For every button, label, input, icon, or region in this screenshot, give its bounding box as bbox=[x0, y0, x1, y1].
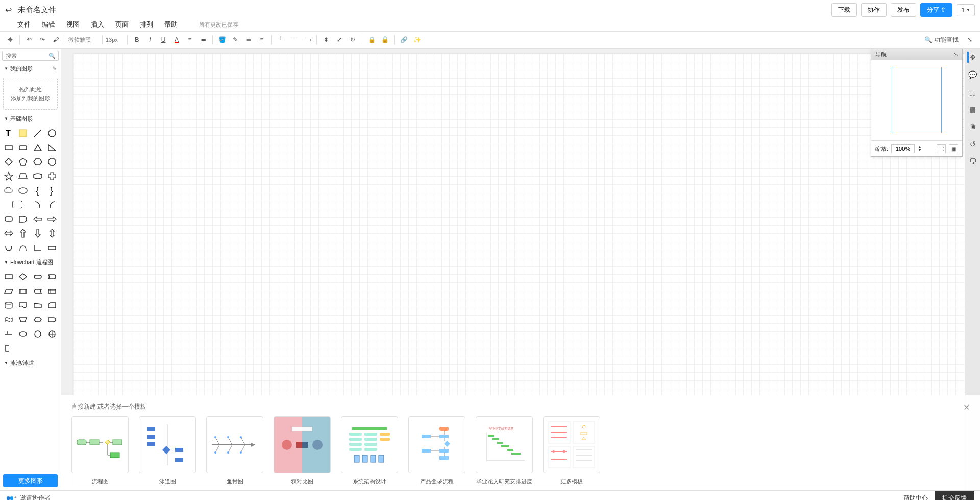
chat-icon[interactable]: 💬 bbox=[967, 69, 978, 80]
border-style-icon[interactable]: ═ bbox=[242, 34, 255, 46]
shape-cloud[interactable] bbox=[2, 184, 15, 197]
shape-manual-op[interactable] bbox=[16, 313, 30, 326]
template-item[interactable]: 双对比图 bbox=[274, 416, 331, 485]
template-item[interactable]: 系统架构设计 bbox=[341, 416, 398, 485]
undo-icon[interactable]: ↶ bbox=[23, 34, 35, 46]
shape-arrow-right[interactable] bbox=[45, 212, 59, 226]
shape-database[interactable] bbox=[2, 299, 15, 312]
font-size-input[interactable] bbox=[106, 37, 124, 43]
shape-terminator[interactable] bbox=[31, 270, 44, 283]
shape-rect[interactable] bbox=[2, 141, 15, 154]
feature-search[interactable]: 🔍 功能查找 bbox=[921, 35, 962, 45]
shape-circle[interactable] bbox=[45, 127, 59, 140]
my-shapes-header[interactable]: ▼ 我的图形 ✎ bbox=[0, 63, 61, 75]
shape-extract[interactable] bbox=[16, 327, 30, 341]
crop-icon[interactable]: ⬚ bbox=[967, 86, 978, 98]
shape-arc-down[interactable] bbox=[2, 241, 15, 254]
collab-button[interactable]: 协作 bbox=[861, 3, 887, 17]
rotate-icon[interactable]: ↻ bbox=[347, 34, 359, 46]
magic-icon[interactable]: ✨ bbox=[411, 34, 423, 46]
shape-cross[interactable] bbox=[45, 170, 59, 183]
shape-card[interactable] bbox=[45, 299, 59, 312]
layers-icon[interactable]: ▦ bbox=[967, 104, 978, 115]
menu-help[interactable]: 帮助 bbox=[164, 20, 178, 29]
history-icon[interactable]: ↺ bbox=[967, 138, 978, 150]
feedback-button[interactable]: 提交反馈 bbox=[935, 491, 974, 500]
redo-icon[interactable]: ↷ bbox=[36, 34, 48, 46]
shape-delay[interactable] bbox=[45, 313, 59, 326]
shape-tape[interactable] bbox=[2, 313, 15, 326]
shape-arrow-up[interactable] bbox=[16, 227, 30, 240]
zoom-input[interactable] bbox=[891, 144, 915, 153]
distribute-icon[interactable]: ⤢ bbox=[333, 34, 346, 46]
shape-ellipse[interactable] bbox=[16, 184, 30, 197]
shape-document[interactable] bbox=[16, 299, 30, 312]
zoom-stepper[interactable]: ▲▼ bbox=[918, 146, 922, 152]
border-width-icon[interactable]: ≡ bbox=[256, 34, 268, 46]
nav-preview[interactable] bbox=[892, 67, 942, 133]
more-shapes-button[interactable]: 更多图形 bbox=[3, 474, 58, 487]
shape-arc-up[interactable] bbox=[16, 241, 30, 254]
shape-and[interactable] bbox=[16, 212, 30, 226]
shape-bracket-left[interactable]: 〔 bbox=[2, 198, 15, 211]
menu-insert[interactable]: 插入 bbox=[91, 20, 104, 29]
shape-rect2[interactable] bbox=[45, 241, 59, 254]
menu-arrange[interactable]: 排列 bbox=[140, 20, 153, 29]
menu-page[interactable]: 页面 bbox=[115, 20, 129, 29]
shape-data[interactable] bbox=[2, 284, 15, 298]
border-color-icon[interactable]: ✎ bbox=[229, 34, 241, 46]
font-family-input[interactable] bbox=[68, 37, 99, 43]
align-shapes-icon[interactable]: ⬍ bbox=[320, 34, 332, 46]
template-item[interactable]: 泳道图 bbox=[139, 416, 196, 485]
shape-pentagon[interactable] bbox=[16, 155, 30, 169]
close-icon[interactable]: ✕ bbox=[963, 402, 970, 412]
shape-or[interactable] bbox=[45, 327, 59, 341]
shape-roundrect[interactable] bbox=[16, 141, 30, 154]
shape-prep[interactable] bbox=[31, 313, 44, 326]
user-count-dropdown[interactable]: 1▼ bbox=[957, 4, 975, 16]
edit-icon[interactable]: ✎ bbox=[52, 65, 57, 72]
comment-icon[interactable]: 🗨 bbox=[967, 156, 978, 167]
shape-decision[interactable] bbox=[16, 270, 30, 283]
lock-icon[interactable]: 🔒 bbox=[365, 34, 378, 46]
basic-shapes-header[interactable]: ▼ 基础图形 bbox=[0, 113, 61, 125]
template-item[interactable]: 流程图 bbox=[71, 416, 129, 485]
shape-stored-data[interactable] bbox=[31, 284, 44, 298]
shape-callout[interactable] bbox=[2, 212, 15, 226]
shape-internal[interactable] bbox=[45, 284, 59, 298]
shape-corner[interactable] bbox=[31, 241, 44, 254]
format-painter-icon[interactable]: 🖌 bbox=[50, 34, 62, 46]
shape-display[interactable] bbox=[45, 270, 59, 283]
list-icon[interactable]: ≔ bbox=[197, 34, 209, 46]
shape-merge[interactable] bbox=[2, 327, 15, 341]
shape-process[interactable] bbox=[2, 270, 15, 283]
template-item[interactable]: 鱼骨图 bbox=[206, 416, 263, 485]
shape-manual[interactable] bbox=[31, 299, 44, 312]
pan-tool-icon[interactable]: ✥ bbox=[4, 34, 16, 46]
shape-brace-left[interactable]: { bbox=[31, 184, 44, 197]
line-style-icon[interactable]: — bbox=[288, 34, 300, 46]
shape-octagon[interactable] bbox=[45, 155, 59, 169]
fill-color-icon[interactable]: 🪣 bbox=[216, 34, 228, 46]
shape-connector[interactable] bbox=[31, 327, 44, 341]
connector-icon[interactable]: └ bbox=[275, 34, 287, 46]
align-icon[interactable]: ≡ bbox=[184, 34, 196, 46]
bold-icon[interactable]: B bbox=[131, 34, 143, 46]
menu-view[interactable]: 视图 bbox=[66, 20, 80, 29]
swimlane-header[interactable]: ▼ 泳池/泳道 bbox=[0, 357, 61, 369]
expand-icon[interactable]: ⤡ bbox=[964, 34, 976, 46]
shape-star[interactable] bbox=[2, 170, 15, 183]
document-title[interactable]: 未命名文件 bbox=[18, 5, 831, 15]
template-item[interactable]: 更多模板 bbox=[543, 416, 600, 485]
line-end-icon[interactable]: ⟶ bbox=[301, 34, 313, 46]
back-arrow-icon[interactable]: ↩ bbox=[5, 5, 12, 15]
shape-brace-right[interactable]: } bbox=[45, 184, 59, 197]
shape-arrow-left[interactable] bbox=[31, 212, 44, 226]
shape-hexagon[interactable] bbox=[31, 155, 44, 169]
shape-annotation[interactable] bbox=[2, 342, 15, 355]
shape-right-triangle[interactable] bbox=[45, 141, 59, 154]
shape-predefined[interactable] bbox=[16, 284, 30, 298]
shape-note[interactable] bbox=[16, 127, 30, 140]
invite-collaborator-button[interactable]: 👥⁺ 邀请协作者 bbox=[6, 494, 51, 500]
shape-arrow-updown[interactable] bbox=[45, 227, 59, 240]
